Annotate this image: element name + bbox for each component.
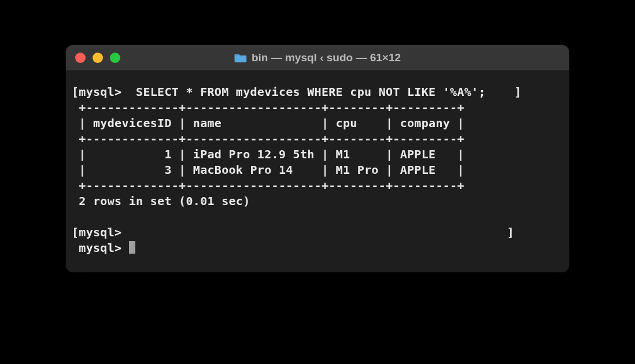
- terminal-body[interactable]: [mysql> SELECT * FROM mydevices WHERE cp…: [66, 70, 569, 272]
- table-border-top: +-------------+-------------------+-----…: [79, 101, 464, 114]
- cursor-icon: [129, 241, 135, 254]
- terminal-window: bin — mysql ‹ sudo — 61×12 [mysql> SELEC…: [66, 45, 569, 272]
- zoom-icon[interactable]: [110, 53, 120, 63]
- table-border-mid: +-------------+-------------------+-----…: [79, 132, 464, 146]
- folder-icon: [234, 53, 247, 63]
- table-row: | 3 | MacBook Pro 14 | M1 Pro | APPLE |: [79, 163, 464, 177]
- prompt-bracket-open: [mysql>: [72, 225, 121, 239]
- prompt-bracket-close: ]: [507, 225, 514, 239]
- window-title-text: bin — mysql ‹ sudo — 61×12: [252, 51, 401, 64]
- minimize-icon[interactable]: [93, 53, 103, 63]
- table-header: | mydevicesID | name | cpu | company |: [79, 116, 464, 130]
- window-title: bin — mysql ‹ sudo — 61×12: [234, 51, 401, 64]
- prompt-bracket-open: [mysql>: [72, 85, 121, 99]
- prompt-bracket-close: ]: [514, 85, 521, 99]
- prompt: mysql>: [79, 241, 121, 255]
- close-icon[interactable]: [75, 53, 86, 63]
- sql-command: SELECT * FROM mydevices WHERE cpu NOT LI…: [129, 85, 486, 99]
- table-border-bottom: +-------------+-------------------+-----…: [79, 179, 464, 192]
- result-status: 2 rows in set (0.01 sec): [79, 194, 250, 208]
- titlebar[interactable]: bin — mysql ‹ sudo — 61×12: [66, 45, 569, 70]
- table-row: | 1 | iPad Pro 12.9 5th | M1 | APPLE |: [79, 147, 464, 161]
- traffic-lights: [75, 53, 120, 63]
